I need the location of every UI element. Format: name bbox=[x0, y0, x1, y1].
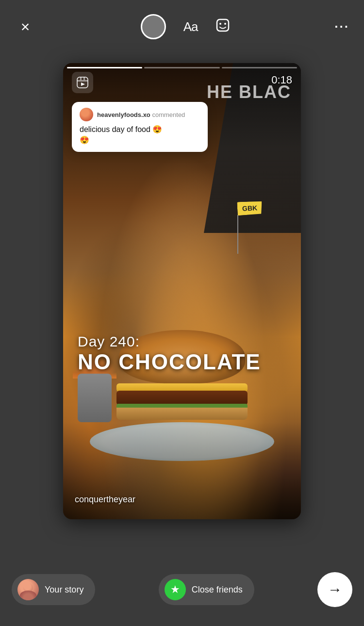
reel-icon-bg bbox=[72, 72, 93, 93]
story-timer: 0:18 bbox=[271, 74, 292, 86]
next-arrow-icon: → bbox=[328, 581, 342, 598]
svg-rect-5 bbox=[80, 77, 82, 80]
username-text: heavenlyfoods.xo bbox=[97, 111, 150, 118]
svg-rect-3 bbox=[77, 77, 88, 88]
commenter-avatar bbox=[80, 108, 93, 121]
progress-segment-2 bbox=[144, 67, 219, 68]
bottom-bar: Your story ★ Close friends → bbox=[0, 553, 364, 626]
more-button[interactable]: ··· bbox=[334, 19, 349, 34]
burger-layers bbox=[116, 383, 248, 422]
gbk-flag: GBK bbox=[237, 199, 262, 254]
gbk-label: GBK bbox=[237, 201, 263, 216]
star-icon: ★ bbox=[170, 583, 180, 596]
meat-layer bbox=[116, 391, 248, 405]
progress-segment-3 bbox=[222, 67, 297, 68]
text-button[interactable]: Aa bbox=[183, 19, 198, 34]
close-friends-icon: ★ bbox=[165, 579, 186, 600]
story-username: conquertheyear bbox=[75, 494, 135, 505]
action-text: commented bbox=[150, 111, 185, 118]
svg-rect-4 bbox=[77, 80, 88, 82]
story-text-overlay: Day 240: NO CHOCOLATE bbox=[78, 333, 286, 374]
svg-rect-0 bbox=[217, 19, 229, 31]
sticker-button[interactable] bbox=[215, 18, 230, 36]
story-day: Day 240: bbox=[78, 333, 286, 350]
story-card: HE BLAC GBK bbox=[63, 63, 301, 519]
story-title: NO CHOCOLATE bbox=[78, 350, 286, 374]
capture-button[interactable] bbox=[141, 14, 166, 39]
fries-cup-body bbox=[78, 374, 112, 422]
bun-bottom-layer bbox=[116, 408, 248, 420]
reel-icon[interactable] bbox=[72, 72, 93, 93]
comment-header: heavenlyfoods.xo commented bbox=[80, 108, 200, 121]
comment-text: delicious day of food 😍😍 bbox=[80, 124, 200, 146]
close-friends-button[interactable]: ★ Close friends bbox=[159, 574, 254, 605]
top-bar: × Aa ··· bbox=[0, 0, 364, 53]
close-button[interactable]: × bbox=[15, 16, 36, 37]
comment-bubble: heavenlyfoods.xo commented delicious day… bbox=[72, 102, 208, 152]
your-story-button[interactable]: Your story bbox=[12, 574, 95, 605]
svg-marker-7 bbox=[81, 82, 85, 86]
svg-point-2 bbox=[224, 23, 226, 25]
progress-segment-1 bbox=[67, 67, 142, 68]
svg-rect-6 bbox=[83, 77, 85, 80]
flag-pole bbox=[237, 215, 238, 254]
next-button[interactable]: → bbox=[317, 572, 352, 607]
svg-point-1 bbox=[219, 23, 221, 25]
close-icon: × bbox=[21, 18, 30, 36]
top-bar-center: Aa bbox=[141, 14, 230, 39]
close-friends-label: Close friends bbox=[192, 585, 243, 595]
story-bottom-fade bbox=[63, 422, 301, 519]
progress-area bbox=[63, 63, 301, 67]
your-story-label: Your story bbox=[45, 585, 83, 595]
commenter-username: heavenlyfoods.xo commented bbox=[97, 110, 185, 119]
user-avatar bbox=[17, 579, 39, 600]
